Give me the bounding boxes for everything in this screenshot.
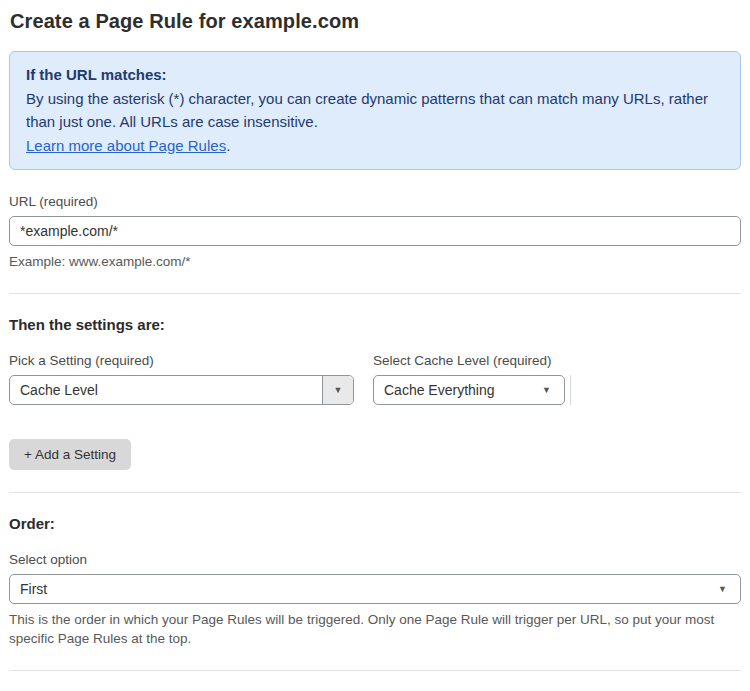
setting-picker-field: Pick a Setting (required) Cache Level ▼ xyxy=(9,353,354,405)
order-heading: Order: xyxy=(9,515,741,532)
add-setting-button[interactable]: + Add a Setting xyxy=(9,439,131,470)
section-divider xyxy=(9,492,741,493)
url-match-info-box: If the URL matches: By using the asteris… xyxy=(9,51,741,170)
learn-more-link[interactable]: Learn more about Page Rules xyxy=(26,137,226,154)
page-title: Create a Page Rule for example.com xyxy=(10,10,741,33)
info-box-link-line: Learn more about Page Rules. xyxy=(26,134,724,158)
setting-row: Pick a Setting (required) Cache Level ▼ … xyxy=(9,353,741,405)
setting-picker-label: Pick a Setting (required) xyxy=(9,353,354,368)
info-box-heading: If the URL matches: xyxy=(26,63,724,87)
link-period: . xyxy=(226,137,230,154)
cache-level-select-value: Cache Everything xyxy=(374,382,542,398)
order-hint: This is the order in which your Page Rul… xyxy=(9,610,741,648)
caret-down-icon: ▼ xyxy=(542,386,564,395)
caret-box[interactable]: ▼ xyxy=(322,376,353,404)
cache-level-select[interactable]: Cache Everything ▼ xyxy=(373,375,565,405)
order-select[interactable]: First ▼ xyxy=(9,574,741,604)
url-example-hint: Example: www.example.com/* xyxy=(9,252,741,271)
order-select-label: Select option xyxy=(9,552,741,567)
info-box-body: By using the asterisk (*) character, you… xyxy=(26,87,724,134)
setting-select[interactable]: Cache Level ▼ xyxy=(9,375,354,405)
caret-down-icon: ▼ xyxy=(718,585,740,594)
order-select-value: First xyxy=(10,581,718,597)
cache-level-field: Select Cache Level (required) Cache Ever… xyxy=(373,353,565,405)
section-divider xyxy=(9,670,741,671)
setting-select-value: Cache Level xyxy=(10,382,322,398)
page-rule-form: Create a Page Rule for example.com If th… xyxy=(0,0,750,691)
caret-down-icon: ▼ xyxy=(334,386,343,395)
settings-heading: Then the settings are: xyxy=(9,316,741,333)
cache-level-label: Select Cache Level (required) xyxy=(373,353,565,368)
section-divider xyxy=(9,293,741,294)
url-input[interactable] xyxy=(9,216,741,246)
setting-row-divider xyxy=(570,375,571,405)
url-field-label: URL (required) xyxy=(9,194,741,209)
